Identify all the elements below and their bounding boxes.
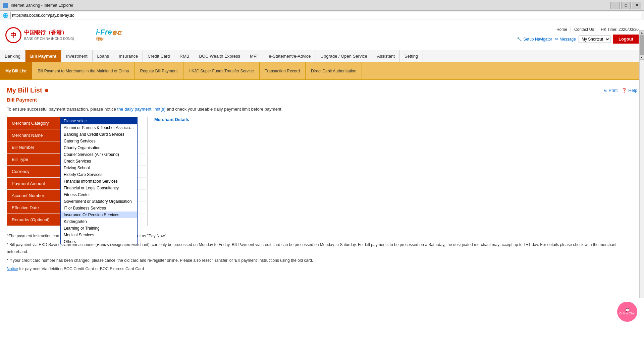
nav-e-statement[interactable]: e-Statement/e-Advice bbox=[264, 50, 316, 62]
dropdown-option-8[interactable]: Financial Information Services bbox=[61, 178, 137, 185]
subnav-direct-debit[interactable]: Direct Debit Authorisation bbox=[306, 62, 362, 79]
page-title-row: My Bill List 🖨 Print ❓ Help bbox=[7, 86, 637, 94]
logo-area: 中 中国银行（香港） BANK OF CHINA (HONG KONG) i-F… bbox=[5, 27, 517, 44]
nav-banking[interactable]: Banking bbox=[0, 50, 25, 62]
header-right: Home Contact Us HK Time: 2020/03/30 🔧 Se… bbox=[517, 26, 639, 44]
bank-name-cn: 中国银行（香港） bbox=[24, 29, 74, 36]
payment-limit-link[interactable]: the daily payment limit(s) bbox=[117, 107, 166, 112]
dropdown-option-17[interactable]: Others bbox=[61, 238, 137, 244]
notice-line: Notice for payment Via debiting BOC Cred… bbox=[7, 265, 637, 273]
form-container: Merchant Category Merchant Name Bill Num… bbox=[7, 117, 148, 226]
dropdown-option-13[interactable]: Insurance Or Pension Services bbox=[61, 212, 137, 218]
bill-type-label: Bill Type bbox=[7, 154, 61, 166]
bank-name-en: BANK OF CHINA (HONG KONG) bbox=[24, 37, 74, 41]
merchant-category-label: Merchant Category bbox=[7, 117, 61, 129]
nav-boc-wealth[interactable]: BOC Wealth Express bbox=[194, 50, 245, 62]
logout-button[interactable]: Logout bbox=[613, 35, 639, 44]
top-links: Home Contact Us bbox=[553, 26, 597, 33]
nav-investment[interactable]: Investment bbox=[61, 50, 93, 62]
boc-circle-icon: 中 bbox=[5, 27, 21, 43]
nav-bill-payment[interactable]: Bill Payment bbox=[25, 50, 61, 62]
form-area: Merchant Category Merchant Name Bill Num… bbox=[7, 117, 637, 226]
dropdown-option-5[interactable]: Credit Services bbox=[61, 158, 137, 165]
message-icon: ✉ bbox=[555, 37, 558, 42]
address-input[interactable] bbox=[10, 12, 641, 19]
window-title: Internet Banking - Internet Explorer bbox=[11, 3, 608, 8]
help-icon: ❓ bbox=[622, 88, 627, 93]
section-title: Bill Payment bbox=[7, 97, 637, 103]
dropdown-option-2[interactable]: Catering Services bbox=[61, 138, 137, 144]
dropdown-option-15[interactable]: Learning or Training bbox=[61, 225, 137, 232]
main-nav: Banking Bill Payment Investment Loans In… bbox=[0, 50, 644, 62]
dropdown-option-16[interactable]: Medical Services bbox=[61, 232, 137, 238]
boc-text: 中国银行（香港） BANK OF CHINA (HONG KONG) bbox=[24, 29, 74, 41]
dropdown-option-11[interactable]: Government or Statutory Organisation bbox=[61, 198, 137, 205]
shortcut-select[interactable]: My Shortcut bbox=[579, 36, 610, 43]
browser-icon: 🌐 bbox=[3, 13, 8, 18]
nav-credit-card[interactable]: Credit Card bbox=[143, 50, 175, 62]
scroll-up-btn[interactable]: ▲ bbox=[640, 30, 644, 35]
bill-number-label: Bill Number bbox=[7, 141, 61, 154]
nav-mpf[interactable]: MPF bbox=[245, 50, 264, 62]
dropdown-option-please-select[interactable]: Please select bbox=[61, 118, 137, 124]
print-link[interactable]: 🖨 Print bbox=[603, 88, 618, 93]
account-number-label: Account Number bbox=[7, 190, 61, 202]
restore-btn[interactable]: □ bbox=[621, 2, 631, 9]
subnav-transaction[interactable]: Transaction Record bbox=[260, 62, 306, 79]
page-scrollbar[interactable]: ▲ ▼ bbox=[639, 30, 644, 298]
help-link[interactable]: ❓ Help bbox=[622, 88, 637, 93]
merchant-details-title[interactable]: Merchant Details bbox=[154, 117, 631, 122]
nav-upgrade[interactable]: Upgrade / Open Service bbox=[316, 50, 372, 62]
online-chat-button[interactable]: 💬 Online Chat bbox=[617, 302, 637, 322]
dropdown-option-9[interactable]: Financial or Legal Consultancy bbox=[61, 185, 137, 191]
dropdown-option-6[interactable]: Driving School bbox=[61, 165, 137, 171]
merchant-name-label: Merchant Name bbox=[7, 129, 61, 141]
page-actions: 🖨 Print ❓ Help bbox=[603, 88, 637, 93]
setup-navigator-link[interactable]: 🔧 Setup Navigator bbox=[517, 37, 552, 42]
nav-setting[interactable]: Setting bbox=[400, 50, 423, 62]
note-2: * If your credit card number has been ch… bbox=[7, 257, 637, 264]
address-bar: 🌐 bbox=[0, 11, 644, 20]
dropdown-scroll-area[interactable]: Please select Alumni or Parents & Teache… bbox=[61, 118, 137, 244]
nav-assistant[interactable]: Assistant bbox=[372, 50, 400, 62]
merchant-category-dropdown[interactable]: Please select Alumni or Parents & Teache… bbox=[60, 117, 138, 244]
print-icon: 🖨 bbox=[603, 88, 607, 93]
subnav-hkjc[interactable]: HKJC Super Funds Transfer Service bbox=[183, 62, 260, 79]
notice-link[interactable]: Notice bbox=[7, 266, 18, 271]
dropdown-option-3[interactable]: Charity Organisation bbox=[61, 144, 137, 151]
page-title: My Bill List bbox=[7, 86, 48, 94]
minimize-btn[interactable]: – bbox=[610, 2, 620, 9]
header-bottom: 🔧 Setup Navigator ✉ Message My Shortcut … bbox=[517, 35, 639, 44]
dropdown-option-7[interactable]: Elderly Care Services bbox=[61, 171, 137, 178]
message-link[interactable]: ✉ Message bbox=[555, 37, 576, 42]
home-link[interactable]: Home bbox=[553, 26, 571, 33]
scroll-down-btn[interactable]: ▼ bbox=[640, 55, 644, 60]
hk-time: HK Time: 2020/03/30 bbox=[597, 27, 639, 32]
payment-amount-label: Payment Amount bbox=[7, 178, 61, 190]
dropdown-option-0[interactable]: Alumni or Parents & Teacher Association bbox=[61, 124, 137, 131]
close-btn[interactable]: ✕ bbox=[632, 2, 641, 9]
nav-rmb[interactable]: RMB bbox=[175, 50, 195, 62]
info-text: To ensure successful payment transaction… bbox=[7, 107, 637, 112]
subnav-mainland[interactable]: Bill Payment to Merchants in the Mainlan… bbox=[32, 62, 135, 79]
ifre-logo: i-Fre自在 理财 bbox=[96, 28, 121, 42]
subnav-regular[interactable]: Regular Bill Payment bbox=[135, 62, 183, 79]
ifre-sub: 理财 bbox=[96, 37, 121, 42]
nav-insurance[interactable]: Insurance bbox=[114, 50, 143, 62]
dropdown-option-12[interactable]: IT or Business Services bbox=[61, 205, 137, 212]
currency-label: Currency bbox=[7, 166, 61, 178]
scroll-thumb[interactable] bbox=[640, 35, 644, 55]
title-bar: Internet Banking - Internet Explorer – □… bbox=[0, 0, 644, 11]
nav-loans[interactable]: Loans bbox=[93, 50, 114, 62]
sub-nav: My Bill List Bill Payment to Merchants i… bbox=[0, 62, 644, 80]
subnav-my-bill-list[interactable]: My Bill List bbox=[0, 62, 32, 79]
dropdown-option-14[interactable]: Kindergarten bbox=[61, 218, 137, 225]
contact-link[interactable]: Contact Us bbox=[571, 26, 597, 33]
dropdown-option-1[interactable]: Banking and Credit Card Services bbox=[61, 131, 137, 138]
effective-date-label: Effective Date bbox=[7, 202, 61, 214]
merchant-details-area: Merchant Details bbox=[148, 117, 637, 226]
dropdown-option-4[interactable]: Courier Services (Air / Ground) bbox=[61, 151, 137, 158]
window-controls[interactable]: – □ ✕ bbox=[610, 2, 641, 9]
chat-icon: 💬 bbox=[626, 308, 629, 312]
dropdown-option-10[interactable]: Fitness Center bbox=[61, 191, 137, 198]
